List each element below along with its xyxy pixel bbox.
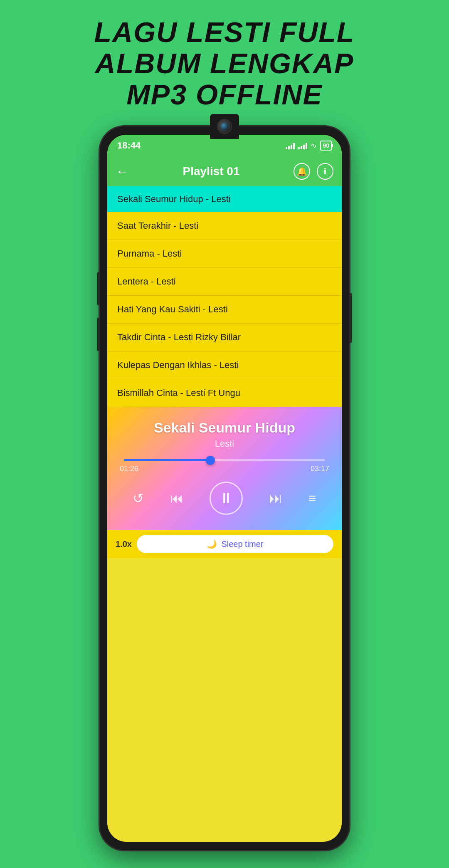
- progress-thumb[interactable]: [206, 456, 215, 465]
- song-title: Purnama - Lesti: [117, 248, 182, 259]
- app-title: LAGU LESTI FULL ALBUM LENGKAP MP3 OFFLIN…: [58, 17, 391, 110]
- phone-screen: 18:44 ∿ 90: [107, 135, 342, 842]
- song-title: Saat Terakhir - Lesti: [117, 220, 198, 231]
- list-item[interactable]: Saat Terakhir - Lesti: [107, 212, 342, 240]
- player-song-title: Sekali Seumur Hidup: [120, 420, 329, 436]
- song-title: Bismillah Cinta - Lesti Ft Ungu: [117, 388, 240, 398]
- list-item[interactable]: Purnama - Lesti: [107, 240, 342, 268]
- song-title: Takdir Cinta - Lesti Rizky Billar: [117, 332, 241, 342]
- now-playing-title: Sekali Seumur Hidup - Lesti: [117, 194, 231, 204]
- battery-indicator: 90: [320, 141, 332, 151]
- player-artist: Lesti: [120, 438, 329, 449]
- progress-bar-container[interactable]: [124, 459, 325, 461]
- header-title: Playlist 01: [136, 165, 287, 178]
- header-icons: 🔔 ℹ: [294, 163, 333, 180]
- camera-lens: [217, 119, 232, 134]
- header-bar: ← Playlist 01 🔔 ℹ: [107, 156, 342, 186]
- side-button-power: [349, 293, 352, 343]
- list-item[interactable]: Hati Yang Kau Sakiti - Lesti: [107, 296, 342, 324]
- signal-icon-1: [286, 142, 295, 149]
- bell-button[interactable]: 🔔: [294, 163, 310, 180]
- signal-icon-2: [298, 142, 307, 149]
- next-button[interactable]: ⏭: [269, 491, 282, 506]
- player-section: Sekali Seumur Hidup Lesti 01:26 03:17 ↺: [107, 407, 342, 530]
- progress-track: [124, 459, 325, 461]
- song-title: Kulepas Dengan Ikhlas - Lesti: [117, 360, 239, 370]
- repeat-button[interactable]: ↺: [133, 490, 144, 506]
- song-title: Hati Yang Kau Sakiti - Lesti: [117, 304, 228, 314]
- player-controls: ↺ ⏮ ⏸ ⏭ ≡: [120, 482, 329, 515]
- pause-button[interactable]: ⏸: [210, 482, 243, 515]
- side-button-volume-up: [97, 272, 100, 305]
- list-item[interactable]: Takdir Cinta - Lesti Rizky Billar: [107, 324, 342, 351]
- list-item[interactable]: Lentera - Lesti: [107, 268, 342, 296]
- status-icons: ∿ 90: [286, 141, 332, 151]
- sleep-timer-button[interactable]: 🌙 Sleep timer: [137, 535, 333, 553]
- sleep-timer-label: Sleep timer: [221, 539, 263, 549]
- phone-mockup: 18:44 ∿ 90: [100, 126, 349, 867]
- camera-lens-inner: [221, 123, 228, 130]
- current-time: 01:26: [120, 465, 138, 473]
- camera-popup: [210, 114, 239, 139]
- info-button[interactable]: ℹ: [317, 163, 333, 180]
- time-labels: 01:26 03:17: [120, 465, 329, 473]
- moon-icon: 🌙: [207, 539, 217, 549]
- list-item[interactable]: Kulepas Dengan Ikhlas - Lesti: [107, 351, 342, 379]
- progress-fill: [124, 459, 210, 461]
- now-playing-item[interactable]: Sekali Seumur Hidup - Lesti: [107, 186, 342, 212]
- list-item[interactable]: Bismillah Cinta - Lesti Ft Ungu: [107, 379, 342, 407]
- prev-button[interactable]: ⏮: [170, 491, 183, 506]
- bottom-bar: 1.0x 🌙 Sleep timer: [107, 530, 342, 558]
- wifi-icon: ∿: [311, 141, 317, 150]
- back-button[interactable]: ←: [116, 164, 129, 179]
- status-time: 18:44: [117, 140, 141, 151]
- playlist-button[interactable]: ≡: [308, 491, 316, 506]
- total-time: 03:17: [311, 465, 329, 473]
- song-list: Saat Terakhir - Lesti Purnama - Lesti Le…: [107, 212, 342, 407]
- playback-speed[interactable]: 1.0x: [116, 539, 132, 549]
- side-button-volume-down: [97, 318, 100, 351]
- song-title: Lentera - Lesti: [117, 276, 176, 287]
